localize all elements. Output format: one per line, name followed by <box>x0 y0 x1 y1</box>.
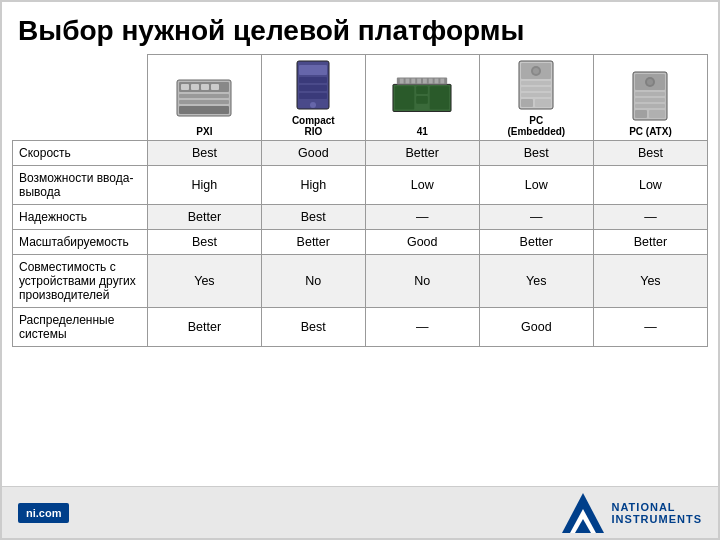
table-row: Возможности ввода-выводаHighHighLowLowLo… <box>13 165 708 204</box>
svg-rect-16 <box>395 86 414 109</box>
row-cell: — <box>365 307 479 346</box>
row-label: Скорость <box>13 140 148 165</box>
row-cell: Yes <box>479 254 593 307</box>
ni-text-block: NATIONAL INSTRUMENTS <box>612 501 702 525</box>
table-row: СкоростьBestGoodBetterBestBest <box>13 140 708 165</box>
row-cell: Best <box>479 140 593 165</box>
svg-rect-10 <box>299 65 327 75</box>
pc-atx-image <box>620 69 680 124</box>
row-label: Распределенные системы <box>13 307 148 346</box>
svg-rect-13 <box>299 93 327 99</box>
row-label: Совместимость с устройствами других прои… <box>13 254 148 307</box>
svg-rect-26 <box>429 79 433 84</box>
svg-rect-34 <box>521 87 551 91</box>
svg-rect-19 <box>430 86 449 109</box>
row-cell: Best <box>147 229 261 254</box>
row-cell: No <box>365 254 479 307</box>
svg-rect-43 <box>635 98 665 102</box>
svg-rect-2 <box>179 94 229 98</box>
row-label: Масштабируемость <box>13 229 148 254</box>
table-row: МасштабируемостьBestBetterGoodBetterBett… <box>13 229 708 254</box>
svg-rect-11 <box>299 77 327 83</box>
svg-rect-37 <box>535 99 551 107</box>
header-daq: 41 <box>365 54 479 140</box>
svg-rect-45 <box>635 110 647 118</box>
row-cell: Better <box>365 140 479 165</box>
svg-rect-46 <box>649 110 665 118</box>
header-pxi: PXI <box>147 54 261 140</box>
svg-rect-35 <box>521 93 551 97</box>
table-header-row: PXI <box>13 54 708 140</box>
row-cell: Good <box>261 140 365 165</box>
ni-national-text: NATIONAL <box>612 501 702 513</box>
row-cell: Best <box>147 140 261 165</box>
row-cell: Better <box>261 229 365 254</box>
row-cell: Low <box>479 165 593 204</box>
slide-footer: ni.com NATIONAL INSTRUMENTS <box>2 486 718 538</box>
row-cell: Better <box>479 229 593 254</box>
svg-rect-21 <box>400 79 404 84</box>
svg-rect-23 <box>412 79 416 84</box>
svg-rect-20 <box>397 78 447 85</box>
svg-rect-4 <box>179 106 229 114</box>
row-cell: No <box>261 254 365 307</box>
svg-rect-18 <box>416 96 428 104</box>
pc-atx-label: PC (ATX) <box>598 126 703 137</box>
header-empty <box>13 54 148 140</box>
row-cell: — <box>593 204 707 229</box>
svg-rect-12 <box>299 85 327 91</box>
svg-rect-36 <box>521 99 533 107</box>
svg-rect-6 <box>191 84 199 90</box>
pc-embedded-image <box>506 58 566 113</box>
pxi-image <box>174 69 234 124</box>
row-label: Надежность <box>13 204 148 229</box>
slide: Выбор нужной целевой платформы <box>0 0 720 540</box>
row-cell: Best <box>593 140 707 165</box>
row-cell: Better <box>593 229 707 254</box>
svg-rect-28 <box>441 79 445 84</box>
row-cell: Good <box>365 229 479 254</box>
slide-title: Выбор нужной целевой платформы <box>18 14 702 48</box>
row-cell: Yes <box>593 254 707 307</box>
svg-rect-25 <box>423 79 427 84</box>
svg-rect-7 <box>201 84 209 90</box>
comparison-table: PXI <box>12 54 708 347</box>
row-cell: Good <box>479 307 593 346</box>
svg-point-14 <box>310 102 316 108</box>
compact-image <box>283 58 343 113</box>
table-row: Распределенные системыBetterBest—Good— <box>13 307 708 346</box>
slide-header: Выбор нужной целевой платформы <box>2 2 718 54</box>
daq-image <box>392 69 452 124</box>
row-cell: Low <box>365 165 479 204</box>
ni-triangle-icon <box>562 493 604 533</box>
svg-rect-8 <box>211 84 219 90</box>
svg-rect-24 <box>417 79 421 84</box>
row-cell: — <box>593 307 707 346</box>
table-row: Совместимость с устройствами других прои… <box>13 254 708 307</box>
daq-label: 41 <box>370 126 475 137</box>
row-cell: Best <box>261 204 365 229</box>
row-cell: — <box>365 204 479 229</box>
ni-brand-logo: NATIONAL INSTRUMENTS <box>562 493 702 533</box>
header-pc-atx: PC (ATX) <box>593 54 707 140</box>
compact-label: CompactRIO <box>266 115 361 137</box>
row-cell: — <box>479 204 593 229</box>
row-cell: Best <box>261 307 365 346</box>
row-cell: Better <box>147 307 261 346</box>
row-label: Возможности ввода-вывода <box>13 165 148 204</box>
svg-rect-42 <box>635 92 665 96</box>
table-body: СкоростьBestGoodBetterBestBestВозможност… <box>13 140 708 346</box>
svg-rect-27 <box>435 79 439 84</box>
row-cell: Better <box>147 204 261 229</box>
svg-point-32 <box>533 68 539 74</box>
svg-rect-5 <box>181 84 189 90</box>
pc-embedded-label: PC(Embedded) <box>484 115 589 137</box>
svg-point-41 <box>647 79 653 85</box>
svg-rect-44 <box>635 104 665 108</box>
svg-rect-3 <box>179 100 229 104</box>
pxi-label: PXI <box>152 126 257 137</box>
ni-com-badge: ni.com <box>18 503 69 523</box>
slide-content: PXI <box>2 54 718 486</box>
row-cell: Yes <box>147 254 261 307</box>
svg-rect-33 <box>521 81 551 85</box>
